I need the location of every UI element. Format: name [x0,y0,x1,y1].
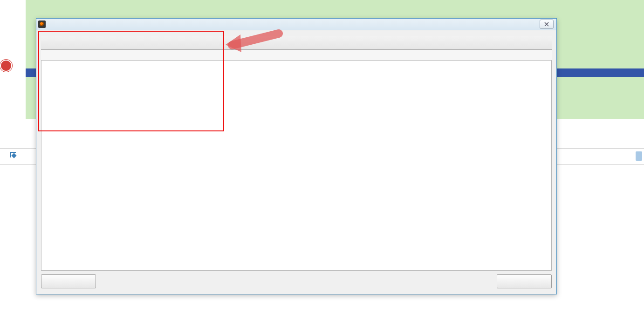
breakpoint-icon[interactable] [0,60,12,72]
close-button[interactable] [497,274,552,288]
editor-code-line [40,0,48,15]
dialog-close-button[interactable] [540,20,554,29]
dialog-titlebar[interactable] [36,19,556,30]
app-icon [38,20,46,28]
right-margin-marker [636,151,642,161]
editor-gutter [0,0,14,314]
close-icon [544,22,549,27]
annotation-red-box [38,31,224,131]
flat-mode-button[interactable] [41,274,96,288]
dialog-footer [41,274,552,289]
